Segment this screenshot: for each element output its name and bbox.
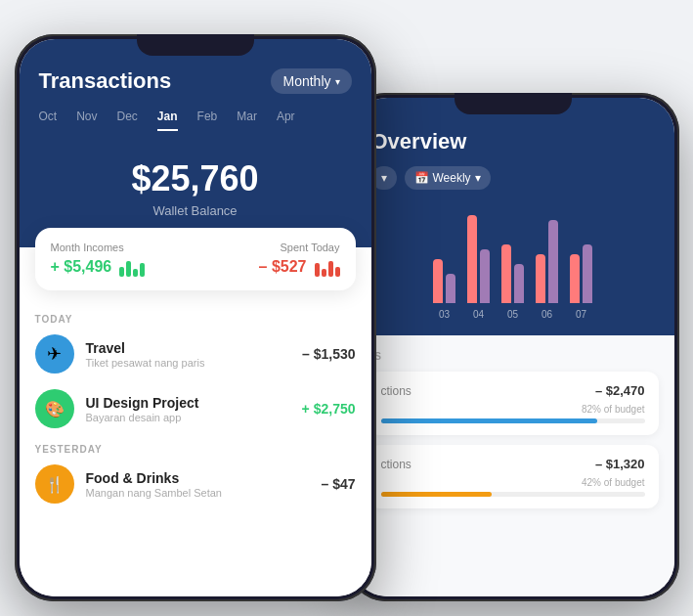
design-icon: 🎨 bbox=[35, 389, 74, 428]
progress-fill-1 bbox=[381, 418, 597, 423]
chart-label-05: 05 bbox=[507, 309, 518, 320]
notch-left bbox=[137, 34, 254, 56]
food-sub: Mangan nang Sambel Setan bbox=[86, 487, 310, 499]
travel-name: Travel bbox=[86, 340, 291, 356]
chart-label-04: 04 bbox=[473, 309, 484, 320]
rbar3 bbox=[328, 261, 333, 277]
table-row[interactable]: ✈ Travel Tiket pesawat nang paris – $1,5… bbox=[35, 334, 356, 374]
month-nov[interactable]: Nov bbox=[76, 106, 97, 131]
chart-group-05: 05 bbox=[501, 244, 524, 320]
progress-bar-2 bbox=[381, 492, 645, 497]
food-name: Food & Drinks bbox=[86, 470, 310, 486]
overview-controls: ▾ 📅 Weekly ▾ bbox=[371, 166, 655, 205]
balance-label: Wallet Balance bbox=[39, 203, 352, 218]
budget-sub-2: 42% of budget bbox=[582, 477, 645, 488]
progress-fill-2 bbox=[381, 492, 492, 497]
calendar-icon: 📅 bbox=[414, 171, 429, 185]
bar-06-purple bbox=[548, 220, 558, 303]
chart-label-03: 03 bbox=[439, 309, 450, 320]
bar3 bbox=[133, 269, 138, 277]
bar-04-purple bbox=[480, 249, 490, 303]
design-amount: + $2,750 bbox=[302, 401, 356, 417]
month-oct[interactable]: Oct bbox=[39, 106, 58, 131]
bar-07-purple bbox=[583, 244, 592, 303]
monthly-label: Monthly bbox=[282, 73, 330, 89]
food-icon: 🍴 bbox=[35, 464, 74, 504]
expense-chart bbox=[315, 257, 340, 277]
travel-sub: Tiket pesawat nang paris bbox=[86, 357, 291, 369]
bar-06-salmon bbox=[536, 254, 545, 303]
budget-amount-2: – $1,320 bbox=[595, 457, 645, 471]
month-mar[interactable]: Mar bbox=[237, 106, 257, 131]
left-screen: Transactions Monthly ▾ Oct Nov Dec Jan F… bbox=[20, 39, 371, 596]
chevron-down-icon: ▾ bbox=[381, 171, 387, 185]
bar-05-purple bbox=[514, 264, 524, 303]
page-title: Transactions bbox=[39, 68, 172, 94]
design-name: UI Design Project bbox=[86, 395, 290, 411]
month-jan[interactable]: Jan bbox=[157, 106, 178, 131]
overview-title: Overview bbox=[371, 129, 655, 154]
month-dec[interactable]: Dec bbox=[117, 106, 138, 131]
phones-container: Transactions Monthly ▾ Oct Nov Dec Jan F… bbox=[15, 15, 679, 601]
chart-label-07: 07 bbox=[576, 309, 586, 320]
budget-amount-1: – $2,470 bbox=[595, 383, 645, 398]
design-info: UI Design Project Bayaran desain app bbox=[86, 395, 290, 423]
budget-sub-1: 82% of budget bbox=[582, 404, 645, 415]
balance-amount: $25,760 bbox=[39, 158, 352, 199]
chart-section: 03 04 bbox=[352, 205, 674, 335]
chart-group-07: 07 bbox=[570, 244, 592, 320]
bar-03-salmon bbox=[433, 259, 443, 303]
rbar2 bbox=[322, 269, 326, 277]
left-phone: Transactions Monthly ▾ Oct Nov Dec Jan F… bbox=[15, 34, 376, 601]
transactions-body: TODAY ✈ Travel Tiket pesawat nang paris … bbox=[20, 290, 371, 596]
travel-info: Travel Tiket pesawat nang paris bbox=[86, 340, 291, 369]
travel-icon: ✈ bbox=[35, 334, 74, 374]
bar2 bbox=[126, 261, 131, 277]
yesterday-label: YESTERDAY bbox=[35, 444, 356, 455]
bar1 bbox=[119, 267, 124, 277]
budget-name-2: ctions bbox=[381, 458, 411, 471]
rbar4 bbox=[335, 267, 340, 277]
bar-07-salmon bbox=[570, 254, 580, 303]
chevron-down-icon: ▾ bbox=[335, 76, 340, 87]
bar-03-purple bbox=[446, 274, 455, 303]
chart-group-04: 04 bbox=[467, 215, 490, 320]
travel-amount: – $1,530 bbox=[302, 346, 356, 362]
food-amount: – $47 bbox=[321, 476, 355, 492]
month-nav: Oct Nov Dec Jan Feb Mar Apr bbox=[39, 106, 352, 139]
table-row[interactable]: 🍴 Food & Drinks Mangan nang Sambel Setan… bbox=[35, 464, 356, 504]
weekly-label: Weekly bbox=[433, 171, 471, 185]
month-feb[interactable]: Feb bbox=[197, 106, 218, 131]
list-item: ctions – $2,470 82% of budget bbox=[368, 372, 659, 435]
progress-bar-1 bbox=[381, 418, 645, 423]
section-label: ES bbox=[368, 351, 659, 362]
chart-group-03: 03 bbox=[433, 259, 455, 320]
expense-stat: Spent Today – $527 bbox=[259, 242, 340, 277]
food-info: Food & Drinks Mangan nang Sambel Setan bbox=[86, 470, 310, 499]
chevron-down-icon2: ▾ bbox=[475, 171, 481, 185]
budget-name-1: ctions bbox=[381, 384, 411, 398]
expense-label: Spent Today bbox=[281, 242, 340, 253]
weekly-button[interactable]: 📅 Weekly ▾ bbox=[405, 166, 491, 190]
chart-group-06: 06 bbox=[536, 220, 558, 320]
stats-card: Month Incomes + $5,496 Spent bbox=[35, 228, 356, 290]
notch-right bbox=[455, 93, 572, 114]
income-chart bbox=[119, 257, 145, 277]
right-screen: Overview ▾ 📅 Weekly ▾ bbox=[352, 98, 674, 596]
rbar1 bbox=[315, 263, 320, 277]
right-phone: Overview ▾ 📅 Weekly ▾ bbox=[347, 93, 679, 601]
bar4 bbox=[140, 263, 145, 277]
bar-05-salmon bbox=[501, 244, 511, 303]
bar-04-salmon bbox=[467, 215, 477, 303]
month-apr[interactable]: Apr bbox=[277, 106, 295, 131]
monthly-button[interactable]: Monthly ▾ bbox=[271, 68, 351, 94]
today-label: TODAY bbox=[35, 314, 356, 325]
expense-value: – $527 bbox=[259, 258, 307, 276]
design-sub: Bayaran desain app bbox=[86, 412, 290, 423]
income-stat: Month Incomes + $5,496 bbox=[51, 242, 146, 277]
overview-body: ES ctions – $2,470 82% of budget bbox=[352, 335, 674, 596]
list-item: ctions – $1,320 42% of budget bbox=[368, 445, 659, 508]
chart-label-06: 06 bbox=[541, 309, 552, 320]
table-row[interactable]: 🎨 UI Design Project Bayaran desain app +… bbox=[35, 389, 356, 428]
income-label: Month Incomes bbox=[51, 242, 146, 253]
